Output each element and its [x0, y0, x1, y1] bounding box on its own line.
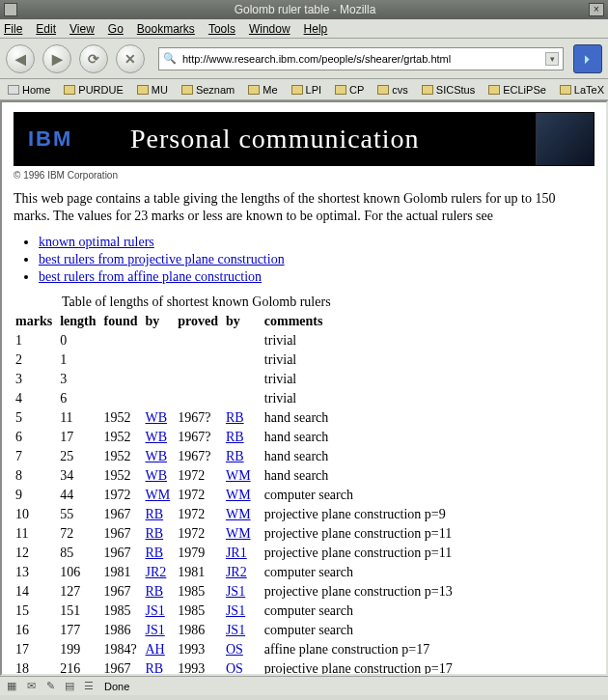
reference-link[interactable]: WM	[226, 468, 251, 483]
addressbook-icon[interactable]: ▤	[62, 680, 77, 693]
table-cell: JS1	[224, 602, 263, 621]
table-cell: 1993	[176, 659, 224, 676]
menu-file[interactable]: File	[4, 22, 22, 36]
table-row: 131061981JR21981JR2computer search	[14, 563, 458, 582]
close-window-button[interactable]: ×	[589, 3, 604, 16]
reference-link[interactable]: JS1	[226, 584, 245, 599]
bookmark-home[interactable]: Home	[4, 83, 54, 97]
reload-icon: ⟳	[88, 51, 99, 67]
table-cell: RB	[224, 408, 263, 428]
menu-tools[interactable]: Tools	[208, 22, 235, 36]
table-cell: 3	[58, 370, 101, 389]
reference-link[interactable]: WB	[146, 410, 168, 425]
reference-link[interactable]: RB	[146, 661, 164, 676]
forward-button[interactable]: ▶	[42, 44, 71, 73]
back-button[interactable]: ◀	[6, 44, 35, 73]
table-cell	[176, 370, 224, 389]
link-known-optimal[interactable]: known optimal rulers	[39, 235, 154, 249]
url-history-dropdown[interactable]: ▾	[545, 52, 559, 66]
reference-link[interactable]: AH	[146, 642, 165, 657]
link-affine[interactable]: best rulers from affine plane constructi…	[39, 269, 262, 284]
table-row: 46trivial	[14, 389, 458, 408]
menu-bookmarks[interactable]: Bookmarks	[137, 22, 195, 36]
link-projective[interactable]: best rulers from projective plane constr…	[39, 252, 285, 266]
reference-link[interactable]: RB	[146, 546, 164, 560]
table-caption: Table of lengths of shortest known Golom…	[62, 294, 594, 310]
menu-view[interactable]: View	[69, 22, 95, 36]
reference-link[interactable]: WM	[226, 507, 251, 521]
activity-throbber-icon[interactable]: ⏵	[573, 44, 602, 73]
composer-icon[interactable]: ✎	[42, 680, 58, 693]
banner-headline: Personal communication	[130, 124, 536, 154]
reference-link[interactable]: WM	[146, 488, 171, 502]
menu-help[interactable]: Help	[304, 22, 328, 36]
reference-link[interactable]: WB	[146, 468, 168, 483]
table-cell: computer search	[263, 486, 458, 505]
table-cell: WB	[144, 447, 177, 466]
irc-icon[interactable]: ☰	[81, 680, 97, 693]
reference-link[interactable]: RB	[226, 430, 244, 444]
reference-link[interactable]: OS	[226, 661, 243, 676]
table-cell: 2	[14, 350, 58, 370]
reference-link[interactable]: JS1	[226, 603, 245, 618]
bookmark-seznam[interactable]: Seznam	[178, 83, 238, 97]
url-input[interactable]	[180, 52, 545, 66]
bookmark-me[interactable]: Me	[244, 83, 281, 97]
table-cell: 72	[58, 524, 101, 544]
reference-link[interactable]: JS1	[226, 623, 245, 637]
bookmark-sicstus[interactable]: SICStus	[418, 83, 479, 97]
reference-link[interactable]: RB	[146, 526, 164, 541]
table-cell: 1967?	[176, 447, 224, 466]
menu-window[interactable]: Window	[249, 22, 290, 36]
menu-bar: File Edit View Go Bookmarks Tools Window…	[0, 19, 608, 39]
table-cell: RB	[224, 447, 263, 466]
reference-link[interactable]: RB	[226, 449, 244, 463]
navigator-icon[interactable]: ▦	[4, 680, 19, 693]
table-cell: 17	[14, 640, 58, 659]
table-cell: OS	[224, 659, 263, 676]
table-cell	[101, 350, 143, 370]
bookmark-lpi[interactable]: LPI	[288, 83, 326, 97]
bookmark-label: CP	[349, 84, 364, 96]
bookmark-latex[interactable]: LaTeX	[556, 83, 608, 97]
bookmark-purdue[interactable]: PURDUE	[60, 83, 126, 97]
table-cell: WM	[224, 486, 263, 505]
table-cell: 14	[14, 582, 58, 602]
mail-icon[interactable]: ✉	[23, 680, 39, 693]
system-menu-icon[interactable]	[4, 3, 17, 16]
table-cell: 1952	[101, 428, 143, 447]
reference-link[interactable]: RB	[146, 584, 164, 599]
reference-link[interactable]: RB	[226, 410, 244, 425]
table-cell	[176, 331, 224, 350]
reference-link[interactable]: OS	[226, 642, 243, 657]
table-cell: projective plane construction p=11	[263, 524, 458, 544]
reference-link[interactable]: RB	[146, 507, 164, 521]
table-cell: 10	[14, 505, 58, 524]
reference-link[interactable]: WM	[226, 488, 251, 502]
reference-link[interactable]: JS1	[146, 603, 165, 618]
stop-button[interactable]: ✕	[116, 44, 145, 73]
reference-link[interactable]: JR2	[146, 565, 167, 579]
page-content[interactable]: IBM Personal communication © 1996 IBM Co…	[0, 100, 608, 676]
reference-link[interactable]: JR1	[226, 546, 247, 560]
table-cell	[144, 389, 177, 408]
table-cell: 1993	[176, 640, 224, 659]
window-titlebar: Golomb ruler table - Mozilla ×	[0, 0, 608, 19]
reference-link[interactable]: JR2	[226, 565, 247, 579]
bookmark-eclipse[interactable]: ECLiPSe	[484, 83, 550, 97]
bookmark-mu[interactable]: MU	[133, 83, 172, 97]
navigation-toolbar: ◀ ▶ ⟳ ✕ 🔍 ▾ ⏵	[0, 39, 608, 79]
reference-link[interactable]: WM	[226, 526, 251, 541]
reload-button[interactable]: ⟳	[79, 44, 108, 73]
bookmark-cvs[interactable]: cvs	[373, 83, 412, 97]
menu-edit[interactable]: Edit	[36, 22, 56, 36]
bookmark-cp[interactable]: CP	[331, 83, 368, 97]
url-bar[interactable]: 🔍 ▾	[158, 47, 564, 70]
reference-link[interactable]: JS1	[146, 623, 165, 637]
bookmark-label: cvs	[392, 84, 408, 96]
menu-go[interactable]: Go	[108, 22, 124, 36]
bookmark-label: SICStus	[436, 84, 475, 96]
reference-link[interactable]: WB	[146, 449, 168, 463]
table-row: 11721967RB1972WMprojective plane constru…	[14, 524, 458, 544]
reference-link[interactable]: WB	[146, 430, 168, 444]
